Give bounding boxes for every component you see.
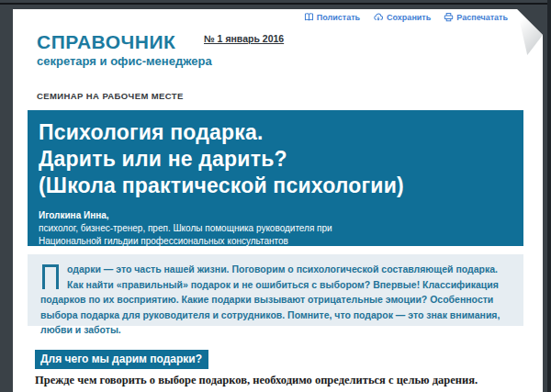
browse-button[interactable]: Полистать xyxy=(304,12,360,22)
article-body: Прежде чем говорить о выборе подарков, н… xyxy=(35,372,517,392)
dropcap-letter: П xyxy=(42,264,59,289)
right-edge-strip xyxy=(547,0,551,392)
logo-subtitle: секретаря и офис-менеджера xyxy=(37,54,212,68)
cloud-download-icon xyxy=(373,12,384,22)
open-book-icon xyxy=(304,12,314,22)
article-title-line2: Дарить или не дарить? xyxy=(39,146,512,173)
save-button[interactable]: Сохранить xyxy=(373,12,431,22)
body-paragraph-1: Прежде чем говорить о выборе подарков, н… xyxy=(35,372,517,389)
browse-button-label: Полистать xyxy=(317,13,360,22)
page-corner-fold xyxy=(517,9,543,55)
author-description: психолог, бизнес-тренер, преп. Школы пом… xyxy=(39,222,360,248)
lead-paragraph: П одарки — это часть нашей жизни. Погово… xyxy=(28,254,523,326)
top-divider-line xyxy=(0,3,551,5)
magazine-logo[interactable]: СПРАВОЧНИК секретаря и офис-менеджера xyxy=(37,31,212,68)
page-toolbar: Полистать Сохранить xyxy=(304,12,508,22)
article-title-line3: (Школа практической психологии) xyxy=(39,173,512,199)
issue-link[interactable]: № 1 январь 2016 xyxy=(204,33,284,44)
printer-icon xyxy=(444,12,454,22)
article-title-line1: Психология подарка. xyxy=(39,119,512,146)
print-button-label: Распечатать xyxy=(456,13,508,22)
article-header-banner: Психология подарка. Дарить или не дарить… xyxy=(28,110,523,246)
magazine-page: Полистать Сохранить xyxy=(13,9,543,392)
desk-background: Полистать Сохранить xyxy=(0,0,551,392)
print-button[interactable]: Распечатать xyxy=(444,12,508,22)
author-block: Иголкина Инна, психолог, бизнес-тренер, … xyxy=(39,209,512,248)
article-kicker: СЕМИНАР НА РАБОЧЕМ МЕСТЕ xyxy=(37,91,184,101)
author-name: Иголкина Инна, xyxy=(39,209,512,222)
save-button-label: Сохранить xyxy=(387,13,431,22)
logo-title: СПРАВОЧНИК xyxy=(37,31,212,53)
article-title: Психология подарка. Дарить или не дарить… xyxy=(39,119,512,199)
lead-text: одарки — это часть нашей жизни. Поговори… xyxy=(40,263,500,335)
section-heading: Для чего мы дарим подарки? xyxy=(35,350,208,369)
